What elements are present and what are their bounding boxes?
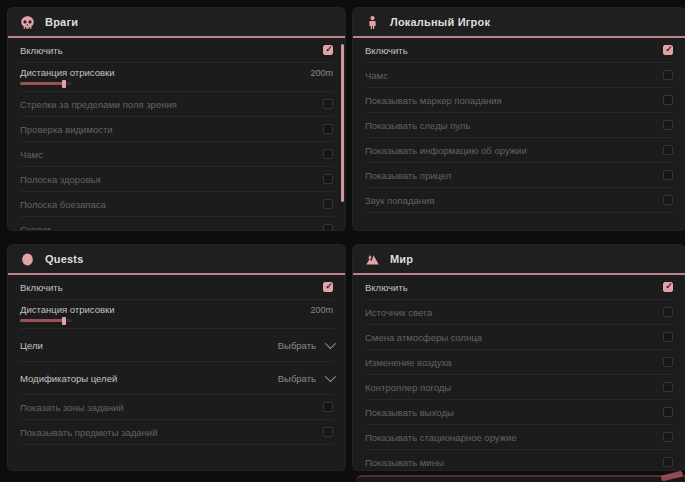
checkbox[interactable] bbox=[663, 95, 673, 105]
row-label: Смена атмосферы солнца bbox=[365, 332, 482, 343]
checkbox[interactable] bbox=[663, 432, 673, 442]
check-icon: ✓ bbox=[324, 44, 334, 54]
row-label: Изменение воздуха bbox=[365, 357, 452, 368]
scrollbar[interactable] bbox=[341, 44, 344, 202]
checkbox[interactable] bbox=[323, 199, 333, 209]
chevron-down-icon bbox=[325, 338, 336, 349]
person-icon bbox=[365, 15, 380, 30]
settings-row-toggle: Полоска здоровья bbox=[20, 167, 333, 192]
checkbox[interactable] bbox=[663, 407, 673, 417]
checkbox[interactable] bbox=[323, 149, 333, 159]
settings-row-toggle: Чамс bbox=[20, 142, 333, 167]
checkbox[interactable] bbox=[323, 402, 333, 412]
checkbox[interactable] bbox=[663, 332, 673, 342]
row-label: Цели bbox=[20, 340, 43, 351]
row-label: Показывать прицел bbox=[365, 170, 451, 181]
checkbox[interactable] bbox=[663, 195, 673, 205]
settings-row-toggle: Изменение воздуха bbox=[365, 350, 673, 375]
checkbox[interactable] bbox=[663, 307, 673, 317]
row-label: Полоска здоровья bbox=[20, 174, 101, 185]
settings-row-toggle: Звук попадания bbox=[365, 188, 673, 213]
slider-handle[interactable] bbox=[62, 317, 66, 325]
slider-label-line: Дистанция отрисовки200m bbox=[20, 304, 333, 315]
settings-row-select: Модификаторы целейВыбрать bbox=[20, 362, 333, 395]
row-label: Показывать предметы заданий bbox=[20, 427, 157, 438]
settings-row-toggle: Включить✓ bbox=[365, 275, 673, 300]
settings-row-toggle: Контроллер погоды bbox=[365, 375, 673, 400]
checkbox[interactable] bbox=[663, 382, 673, 392]
row-label: Контроллер погоды bbox=[365, 382, 451, 393]
panel-header: Quests bbox=[8, 245, 345, 275]
slider-fill bbox=[20, 319, 65, 322]
row-label: Скелет bbox=[20, 224, 51, 231]
row-label: Источник света bbox=[365, 307, 432, 318]
panel-world: Мир Включить✓Источник светаСмена атмосфе… bbox=[353, 245, 685, 470]
checkbox[interactable] bbox=[663, 170, 673, 180]
checkbox[interactable] bbox=[323, 427, 333, 437]
panel-title: Мир bbox=[390, 253, 413, 265]
row-label: Модификаторы целей bbox=[20, 373, 117, 384]
check-icon: ✓ bbox=[664, 44, 674, 54]
slider-handle[interactable] bbox=[62, 80, 66, 88]
row-label: Включить bbox=[365, 45, 408, 56]
panel-title: Quests bbox=[45, 253, 84, 265]
slider-value: 200m bbox=[310, 68, 333, 78]
row-label: Показывать информацию об оружии bbox=[365, 145, 527, 156]
settings-row-toggle: Источник света bbox=[365, 300, 673, 325]
chevron-down-icon bbox=[325, 371, 336, 382]
panel-header: Враги bbox=[8, 8, 345, 38]
checkbox[interactable] bbox=[663, 357, 673, 367]
settings-row-toggle: Показывать выходы bbox=[365, 400, 673, 425]
row-label: Показывать выходы bbox=[365, 407, 454, 418]
checkbox[interactable] bbox=[663, 145, 673, 155]
settings-row-toggle: Проверка видимости bbox=[20, 117, 333, 142]
checkbox[interactable] bbox=[323, 174, 333, 184]
row-label: Чамс bbox=[365, 70, 388, 81]
checkbox[interactable]: ✓ bbox=[663, 282, 673, 292]
checkbox[interactable] bbox=[323, 124, 333, 134]
slider-value: 200m bbox=[310, 305, 333, 315]
dropdown[interactable]: Выбрать bbox=[278, 373, 333, 384]
dropdown-value: Выбрать bbox=[278, 340, 316, 351]
row-label: Дистанция отрисовки bbox=[20, 304, 114, 315]
mountain-icon bbox=[365, 252, 380, 267]
draw-distance-slider[interactable] bbox=[20, 319, 72, 322]
settings-row-toggle: Полоска боезапаса bbox=[20, 192, 333, 217]
checkbox[interactable] bbox=[663, 120, 673, 130]
slider-label-line: Дистанция отрисовки200m bbox=[20, 67, 333, 78]
slider-fill bbox=[20, 82, 65, 85]
settings-row-toggle: Включить✓ bbox=[365, 38, 673, 63]
row-label: Показывать стационарное оружие bbox=[365, 432, 517, 443]
checkbox[interactable] bbox=[323, 224, 333, 230]
checkbox[interactable]: ✓ bbox=[663, 45, 673, 55]
row-label: Показывать мины bbox=[365, 457, 444, 468]
checkbox[interactable] bbox=[663, 457, 673, 467]
settings-row-toggle: Показывать маркер попадания bbox=[365, 88, 673, 113]
row-label: Дистанция отрисовки bbox=[20, 67, 114, 78]
settings-row-select: ЦелиВыбрать bbox=[20, 329, 333, 362]
draw-distance-slider[interactable] bbox=[20, 82, 72, 85]
row-label: Показывать следы пуль bbox=[365, 120, 470, 131]
panel-enemies: Враги Включить✓Дистанция отрисовки200mСт… bbox=[8, 8, 345, 230]
checkbox[interactable]: ✓ bbox=[323, 45, 333, 55]
panel-header: Мир bbox=[353, 245, 685, 275]
settings-row-slider: Дистанция отрисовки200m bbox=[20, 300, 333, 329]
dropdown-value: Выбрать bbox=[278, 373, 316, 384]
quest-marker-icon bbox=[20, 252, 35, 267]
checkbox[interactable] bbox=[663, 70, 673, 80]
row-label: Полоска боезапаса bbox=[20, 199, 106, 210]
row-label: Чамс bbox=[20, 149, 43, 160]
row-label: Показать зоны заданий bbox=[20, 402, 124, 413]
row-label: Звук попадания bbox=[365, 195, 435, 206]
settings-row-slider: Дистанция отрисовки200m bbox=[20, 63, 333, 92]
settings-row-toggle: Показывать следы пуль bbox=[365, 113, 673, 138]
dropdown[interactable]: Выбрать bbox=[278, 340, 333, 351]
settings-row-toggle: Стрелки за пределами поля зрения bbox=[20, 92, 333, 117]
skull-icon bbox=[20, 15, 35, 30]
checkbox[interactable]: ✓ bbox=[323, 282, 333, 292]
row-label: Проверка видимости bbox=[20, 124, 113, 135]
partial-panel-edge bbox=[356, 475, 685, 482]
esp-menu-page: Враги Включить✓Дистанция отрисовки200mСт… bbox=[0, 0, 685, 482]
checkbox[interactable] bbox=[323, 99, 333, 109]
settings-row-toggle: Показать зоны заданий bbox=[20, 395, 333, 420]
